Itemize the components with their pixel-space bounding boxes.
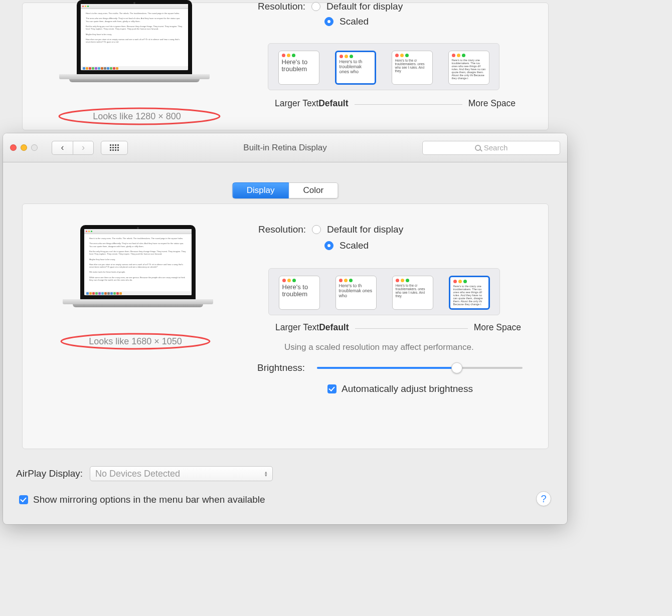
show-mirroring-checkbox[interactable] (19, 495, 28, 504)
radio-scaled-label: Scaled (340, 16, 369, 27)
display-preview-macbook-top: Here's to the crazy ones. The misfits. T… (59, 0, 210, 79)
help-icon: ? (541, 493, 546, 505)
cap-default-main: Default (319, 322, 349, 333)
brightness-row: Brightness: (257, 362, 523, 373)
radio-default-top[interactable] (311, 2, 320, 11)
tab-display[interactable]: Display (232, 182, 289, 198)
minimize-button[interactable] (21, 144, 27, 151)
resolution-row-top: Resolution: Default for display (258, 1, 403, 12)
close-button[interactable] (10, 144, 17, 151)
cap-spacer-line (355, 104, 462, 109)
resolution-row-main: Resolution: Default for display (258, 224, 403, 235)
resolution-thumbnails-main: Here's to troublem Here's to th troublem… (268, 268, 500, 315)
window-traffic-lights (10, 144, 38, 151)
thumb-more-space-main[interactable]: Here's to the crazy one troublemakers. T… (448, 276, 490, 310)
display-color-tabs: Display Color (232, 182, 338, 198)
slider-knob[interactable] (451, 362, 462, 373)
thumb-middle[interactable]: Here's to the cr troublemakers. ones who… (391, 51, 433, 85)
search-icon (475, 145, 481, 151)
airplay-row: AirPlay Display: No Devices Detected ▴▾ (16, 466, 273, 481)
radio-scaled-main[interactable] (324, 241, 333, 250)
chevron-left-icon: ‹ (61, 142, 64, 153)
search-input[interactable]: Search (422, 141, 560, 155)
tab-color[interactable]: Color (289, 182, 339, 198)
brightness-slider[interactable] (317, 367, 523, 369)
thumb-default-main[interactable]: Here's to th troublemak ones who (334, 276, 377, 310)
show-all-button[interactable] (101, 141, 128, 155)
cap-larger-main: Larger Text (275, 322, 319, 333)
auto-brightness-row: Automatically adjust brightness (327, 383, 473, 394)
back-button[interactable]: ‹ (52, 141, 73, 155)
thumb-larger-text-main[interactable]: Here's to troublem (278, 276, 320, 310)
airplay-value: No Devices Detected (95, 469, 180, 479)
window-toolbar: ‹ › Built-in Retina Display Search (3, 133, 567, 162)
grid-icon (110, 144, 119, 151)
radio-scaled-top[interactable] (324, 17, 333, 26)
preferences-window: ‹ › Built-in Retina Display Search Displ… (3, 133, 567, 524)
resolution-thumbnails-top: Here's to troublem Here's to th troublem… (268, 43, 499, 90)
cap-more-main: More Space (474, 322, 521, 333)
looks-like-caption-main: Looks like 1680 × 1050 (58, 336, 213, 347)
thumb-larger-text[interactable]: Here's to troublem (277, 51, 320, 85)
thumb-middle-main[interactable]: Here's to the cr troublemakers. ones who… (391, 276, 434, 310)
brightness-label: Brightness: (257, 362, 305, 373)
resolution-scaled-row-top: Scaled (324, 16, 369, 27)
zoom-button[interactable] (31, 144, 38, 151)
airplay-label: AirPlay Display: (16, 468, 83, 479)
forward-button[interactable]: › (73, 141, 94, 155)
cap-more: More Space (468, 98, 516, 109)
cap-spacer-line-main (355, 328, 468, 333)
resolution-label: Resolution: (258, 1, 305, 12)
show-mirroring-label: Show mirroring options in the menu bar w… (33, 494, 265, 505)
thumb-more-space[interactable]: Here's to the crazy one troublemakers. T… (447, 51, 490, 85)
looks-like-caption-top: Looks like 1280 × 800 (54, 111, 220, 122)
chevron-right-icon: › (82, 142, 85, 153)
display-preview-macbook-main: Here's to the crazy ones. The misfits. T… (63, 225, 213, 304)
performance-note: Using a scaled resolution may affect per… (284, 342, 474, 352)
radio-default-main[interactable] (312, 225, 321, 234)
nav-segment: ‹ › (52, 141, 94, 155)
airplay-select[interactable]: No Devices Detected ▴▾ (90, 466, 273, 481)
thumb-captions-top: Larger Text Default More Space (275, 98, 516, 109)
auto-brightness-checkbox[interactable] (327, 384, 337, 393)
thumb-captions-main: Larger Text Default More Space (275, 322, 521, 333)
radio-default-label-main: Default for display (327, 224, 403, 235)
radio-scaled-label-main: Scaled (340, 240, 369, 251)
cap-larger: Larger Text (275, 98, 318, 109)
auto-brightness-label: Automatically adjust brightness (342, 383, 473, 394)
help-button[interactable]: ? (536, 491, 551, 506)
cap-default: Default (318, 98, 348, 109)
resolution-label-main: Resolution: (258, 224, 306, 235)
display-panel: Here's to the crazy ones. The misfits. T… (22, 203, 549, 449)
show-mirroring-row: Show mirroring options in the menu bar w… (19, 494, 265, 505)
thumb-default[interactable]: Here's to th troublemak ones who (334, 51, 377, 85)
resolution-scaled-row-main: Scaled (324, 240, 369, 251)
search-placeholder: Search (484, 143, 508, 152)
radio-default-label: Default for display (326, 1, 403, 12)
select-caret-icon: ▴▾ (265, 471, 267, 477)
